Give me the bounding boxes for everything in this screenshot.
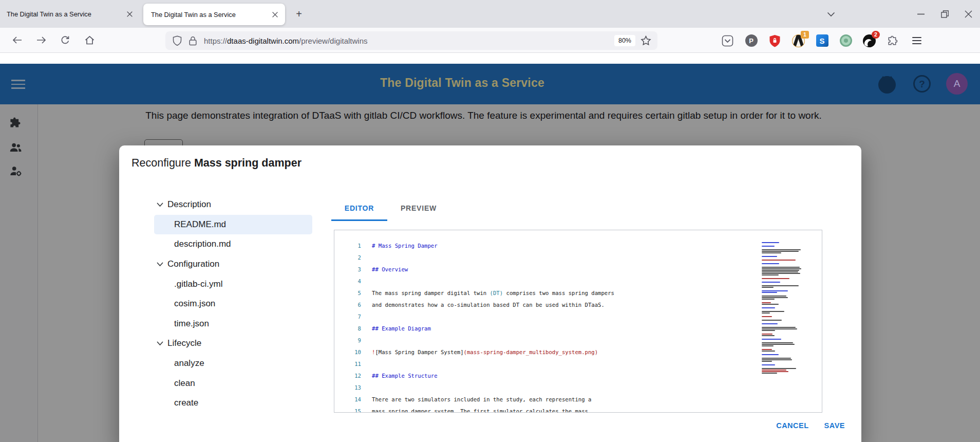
tab-overflow-chevron-icon[interactable] [824,7,838,22]
pocket-icon[interactable] [721,34,734,47]
github-icon[interactable] [876,73,898,95]
line-number: 1 [334,240,361,252]
tree-file-analyze[interactable]: analyze [154,354,312,374]
bird-badge: 2 [872,31,880,39]
tracking-shield-icon[interactable] [173,35,182,46]
tab-title: The Digital Twin as a Service [7,10,123,18]
adguard-shield-icon[interactable] [768,34,781,47]
code-line: 2 [334,252,822,264]
tree-file-description.md[interactable]: description.md [154,234,312,254]
chevron-down-icon [157,202,163,207]
line-number: 10 [334,346,361,358]
tree-item-label: Description [167,199,211,210]
forward-button[interactable] [32,31,50,49]
reload-button[interactable] [56,31,74,49]
editor-minimap[interactable] [759,240,806,377]
green-ring-extension-icon[interactable] [839,34,852,47]
tree-file-time.json[interactable]: time.json [154,314,312,334]
tree-item-label: time.json [174,319,209,329]
p-extension-icon[interactable]: P [745,34,758,47]
lock-icon[interactable] [189,36,197,46]
dark-bird-extension-icon[interactable]: 2 [863,34,876,47]
privacy-badger-icon[interactable]: 1 [792,34,805,47]
tree-item-label: README.md [174,219,226,230]
tree-item-label: description.md [174,239,231,249]
code-line: 9 [334,335,822,346]
tab-preview[interactable]: PREVIEW [387,196,450,220]
zoom-level-badge[interactable]: 80% [614,35,635,46]
digital-twin-name: Mass spring damper [194,157,301,169]
menu-hamburger-icon[interactable] [910,34,923,47]
window-restore-button[interactable] [933,0,956,28]
markdown-editor[interactable]: 1# Mass Spring Damper23## Overview45The … [334,230,822,413]
window-close-button[interactable] [956,0,980,28]
new-tab-button[interactable]: + [292,7,306,21]
browser-tab-inactive[interactable]: The Digital Twin as a Service [0,0,140,28]
tree-file-.gitlab-ci.yml[interactable]: .gitlab-ci.yml [154,274,312,294]
tree-file-clean[interactable]: clean [154,373,312,393]
line-number: 7 [334,311,361,323]
code-line: 11 [334,358,822,370]
tree-file-create[interactable]: create [154,393,312,413]
code-line: 8## Example Diagram [334,323,822,335]
tree-group-description[interactable]: Description [154,195,312,215]
line-number: 6 [334,299,361,311]
code-line: 3## Overview [334,264,822,275]
tree-item-label: analyze [174,358,204,369]
line-number: 8 [334,323,361,335]
tab-editor[interactable]: EDITOR [331,196,387,220]
help-icon[interactable]: ? [912,74,932,94]
browser-tab-active[interactable]: The Digital Twin as a Service [143,4,285,25]
line-number: 12 [334,370,361,382]
tree-file-cosim.json[interactable]: cosim.json [154,294,312,314]
code-line: 15mass spring damper system. The first s… [334,406,822,413]
extensions-puzzle-icon[interactable] [887,34,899,47]
url-domain: dtaas-digitaltwin.com [227,36,299,45]
tree-item-label: Lifecycle [167,338,201,348]
extension-row: P 1 S 2 [721,31,923,50]
code-line: 10![Mass Spring Damper System](mass-spri… [334,346,822,358]
tree-item-label: Configuration [167,259,219,269]
url-bar[interactable]: https://dtaas-digitaltwin.com/preview/di… [165,31,657,50]
cancel-button[interactable]: CANCEL [772,417,813,434]
line-number: 11 [334,358,361,370]
code-text: The mass spring damper digital twin (DT)… [372,287,614,299]
tree-group-lifecycle[interactable]: Lifecycle [154,334,312,354]
window-minimize-button[interactable] [909,0,933,28]
user-avatar[interactable]: A [946,73,968,95]
code-line: 6and demonstrates how a co-simulation ba… [334,299,822,311]
back-button[interactable] [8,31,26,49]
chevron-down-icon [157,262,163,267]
code-text: There are two simulators included in the… [372,394,591,406]
code-text: ![Mass Spring Damper System](mass-spring… [372,346,598,358]
line-number: 5 [334,287,361,299]
close-tab-icon[interactable] [269,8,281,21]
tree-item-label: .gitlab-ci.yml [174,279,222,289]
tree-item-label: create [174,398,198,408]
bookmark-star-icon[interactable] [640,35,651,46]
line-number: 2 [334,252,361,264]
code-text: # Mass Spring Damper [372,240,438,252]
line-number: 15 [334,406,361,413]
tree-group-configuration[interactable]: Configuration [154,254,312,274]
dialog-title: Reconfigure Mass spring damper [131,157,301,170]
close-tab-icon[interactable] [123,8,136,20]
save-button[interactable]: SAVE [820,417,849,434]
app-title: The Digital Twin as a Service [0,76,925,90]
code-text: ## Example Structure [372,370,438,382]
line-number: 13 [334,382,361,394]
code-text: and demonstrates how a co-simulation bas… [372,299,605,311]
url-text[interactable]: https://dtaas-digitaltwin.com/preview/di… [204,36,614,45]
line-number: 3 [334,264,361,275]
browser-toolbar: https://dtaas-digitaltwin.com/preview/di… [0,28,980,53]
tree-file-readme.md[interactable]: README.md [154,215,312,235]
svg-text:?: ? [919,79,925,89]
app-header: The Digital Twin as a Service ? A [0,64,980,104]
code-text: ## Example Diagram [372,323,431,335]
code-line: 7 [334,311,822,323]
home-button[interactable] [81,31,98,49]
browser-tab-strip: The Digital Twin as a Service The Digita… [0,0,980,28]
code-text: mass spring damper system. The first sim… [372,406,588,413]
s-extension-icon[interactable]: S [816,34,828,47]
code-line: 14There are two simulators included in t… [334,394,822,406]
